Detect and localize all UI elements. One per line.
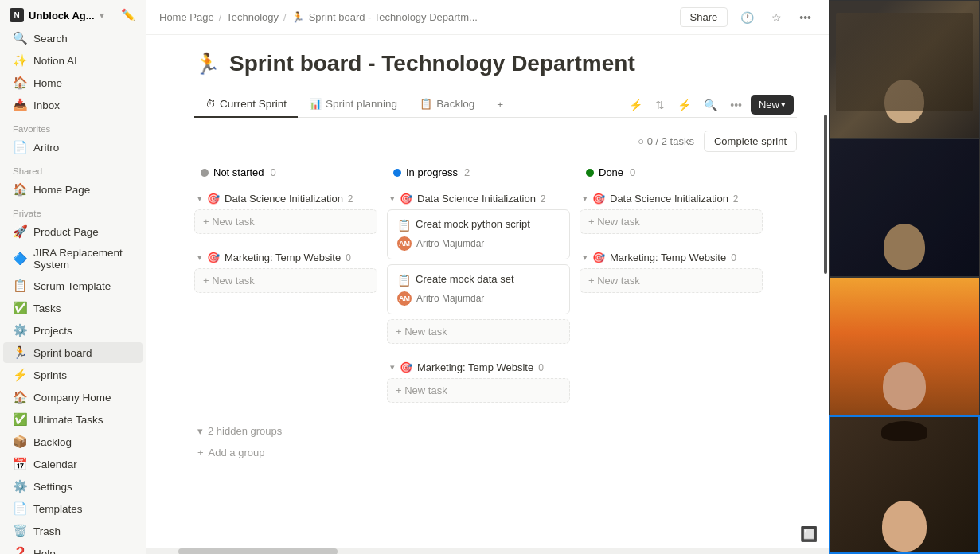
settings-icon: ⚙️ (13, 479, 27, 494)
new-task-in-progress-ds[interactable]: + New task (387, 319, 570, 344)
sidebar-item-ai[interactable]: ✨ Notion AI (3, 50, 143, 71)
history-button[interactable]: 🕐 (736, 8, 759, 27)
group-ds-in-progress: ▾ 🎯 Data Science Initialization 2 📋 Crea… (387, 188, 570, 344)
done-status-dot (586, 169, 594, 177)
new-task-done-mkt[interactable]: + New task (580, 268, 763, 293)
sidebar-item-aritro[interactable]: 📄 Aritro (3, 137, 143, 158)
radio-icon: ○ (638, 135, 644, 147)
sidebar: N Unblock Ag... ▾ ✏️ 🔍 Search ✨ Notion A… (0, 0, 146, 554)
new-task-not-started-ds[interactable]: + New task (194, 209, 377, 234)
sidebar-item-ultimate-tasks[interactable]: ✅ Ultimate Tasks (3, 409, 143, 430)
home-icon: 🏠 (13, 76, 27, 90)
not-started-count: 0 (271, 166, 276, 178)
more-options-button[interactable]: ••• (795, 8, 816, 27)
group-header-mkt-ip[interactable]: ▾ 🎯 Marketing: Temp Website 0 (387, 357, 570, 378)
favorites-section-label: Favorites (0, 116, 146, 136)
group-header-mkt[interactable]: ▾ 🎯 Marketing: Temp Website 0 (194, 247, 377, 268)
hidden-groups[interactable]: ▾ 2 hidden groups (194, 422, 797, 440)
home-shared-icon: 🏠 (13, 182, 27, 197)
group-header-ds-ip[interactable]: ▾ 🎯 Data Science Initialization 2 (387, 188, 570, 209)
filter-button[interactable]: ⚡ (625, 96, 646, 115)
lightning-button[interactable]: ⚡ (674, 96, 695, 115)
sidebar-item-product-page[interactable]: 🚀 Product Page (3, 221, 143, 242)
new-task-done-ds[interactable]: + New task (580, 209, 763, 234)
task-progress: ○ 0 / 2 tasks (638, 135, 694, 147)
extra-options-button[interactable]: ••• (726, 96, 746, 115)
group-header-mkt-done[interactable]: ▾ 🎯 Marketing: Temp Website 0 (580, 247, 763, 268)
group-chevron-ds-ip: ▾ (390, 193, 395, 204)
share-button[interactable]: Share (680, 7, 728, 27)
column-not-started: Not started 0 ▾ 🎯 Data Science Initializ… (194, 162, 377, 306)
add-group[interactable]: + Add a group (194, 443, 797, 462)
sidebar-item-help[interactable]: ❓ Help (3, 543, 143, 554)
breadcrumb-technology[interactable]: Technology (226, 11, 279, 23)
task-card-2[interactable]: 📋 Create mock data set AM Aritro Majumda… (387, 264, 570, 314)
notion-watermark: 🔲 (800, 525, 818, 543)
company-home-icon: 🏠 (13, 390, 27, 404)
sidebar-item-settings[interactable]: ⚙️ Settings (3, 476, 143, 497)
breadcrumb-sep1: / (219, 11, 222, 23)
sidebar-item-company-home[interactable]: 🏠 Company Home (3, 387, 143, 408)
sidebar-item-tasks[interactable]: ✅ Tasks (3, 298, 143, 318)
video-cell-1 (829, 0, 980, 138)
task-card-1[interactable]: 📋 Creat mock python script AM Aritro Maj… (387, 209, 570, 259)
group-label-mkt-ip: Marketing: Temp Website (417, 361, 533, 373)
group-icon-mkt-ip: 🎯 (400, 361, 412, 373)
breadcrumb-homepage[interactable]: Home Page (159, 11, 214, 23)
not-started-label: Not started (213, 166, 264, 178)
workspace-label: Unblock Ag... (29, 10, 95, 21)
group-count-mkt: 0 (346, 252, 351, 263)
new-task-in-progress-mkt[interactable]: + New task (387, 378, 570, 403)
group-icon-mkt: 🎯 (207, 252, 220, 263)
horizontal-scrollbar[interactable] (146, 548, 829, 554)
sidebar-item-trash[interactable]: 🗑️ Trash (3, 521, 143, 541)
new-button[interactable]: New ▾ (751, 95, 794, 115)
sprints-icon: ⚡ (13, 368, 27, 382)
complete-sprint-button[interactable]: Complete sprint (704, 131, 797, 152)
trash-icon: 🗑️ (13, 524, 27, 538)
group-header-ds[interactable]: ▾ 🎯 Data Science Initialization 2 (194, 188, 377, 209)
sidebar-item-sprint-board[interactable]: 🏃 Sprint board (3, 342, 143, 363)
sidebar-item-templates[interactable]: 📄 Templates (3, 498, 143, 519)
group-header-ds-done[interactable]: ▾ 🎯 Data Science Initialization 2 (580, 188, 763, 209)
group-label-ds-ip: Data Science Initialization (417, 193, 536, 205)
video-scrollbar[interactable] (824, 35, 827, 519)
sidebar-item-jira[interactable]: 🔷 JIRA Replacement System (3, 244, 143, 274)
column-header-not-started: Not started 0 (194, 162, 377, 183)
group-count-ds-done: 2 (733, 193, 739, 205)
add-tab-button[interactable]: + (486, 93, 514, 117)
scrum-icon: 📋 (13, 279, 27, 293)
tab-sprint-planning[interactable]: 📊 Sprint planning (298, 92, 408, 118)
sidebar-item-backlog[interactable]: 📦 Backlog (3, 431, 143, 452)
tab-backlog[interactable]: 📋 Backlog (408, 92, 486, 118)
group-label-mkt-done: Marketing: Temp Website (610, 252, 726, 263)
search-icon: 🔍 (13, 31, 27, 45)
sidebar-item-scrum[interactable]: 📋 Scrum Template (3, 275, 143, 296)
search-button[interactable]: 🔍 (700, 96, 721, 115)
sidebar-item-sprints[interactable]: ⚡ Sprints (3, 365, 143, 385)
group-icon-ds-done: 🎯 (592, 193, 605, 205)
sidebar-item-homepage[interactable]: 🏠 Home Page (3, 179, 143, 200)
backlog-icon: 📦 (13, 435, 27, 449)
chevron-right-icon: ▾ (197, 425, 203, 437)
task-card-2-assignee: AM Aritro Majumdar (397, 291, 560, 306)
current-sprint-tab-icon: ⏱ (205, 98, 216, 110)
sidebar-item-inbox[interactable]: 📥 Inbox (3, 95, 143, 115)
sort-button[interactable]: ⇅ (651, 96, 669, 115)
tab-current-sprint[interactable]: ⏱ Current Sprint (194, 92, 298, 118)
breadcrumb-current[interactable]: Sprint board - Technology Departm... (309, 11, 478, 23)
help-icon: ❓ (13, 546, 27, 554)
sidebar-item-search[interactable]: 🔍 Search (3, 28, 143, 49)
new-task-not-started-mkt[interactable]: + New task (194, 268, 377, 293)
sidebar-item-projects[interactable]: ⚙️ Projects (3, 320, 143, 341)
edit-icon[interactable]: ✏️ (121, 8, 136, 22)
favorite-button[interactable]: ☆ (767, 8, 787, 27)
workspace-name[interactable]: N Unblock Ag... ▾ (10, 8, 104, 22)
group-label-mkt: Marketing: Temp Website (225, 252, 341, 263)
in-progress-status-dot (393, 169, 401, 177)
column-done: Done 0 ▾ 🎯 Data Science Initialization 2… (580, 162, 763, 306)
sidebar-item-home[interactable]: 🏠 Home (3, 72, 143, 93)
done-label: Done (599, 166, 623, 178)
sidebar-item-calendar[interactable]: 📅 Calendar (3, 454, 143, 474)
group-count-mkt-done: 0 (731, 252, 736, 263)
